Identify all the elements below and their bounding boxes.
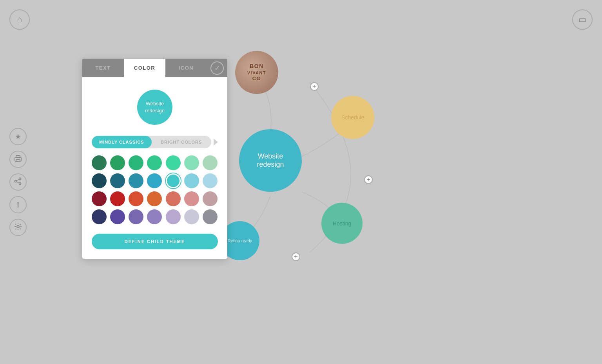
color-swatch[interactable] [166, 155, 181, 170]
color-grid [82, 155, 227, 232]
color-swatch[interactable] [92, 191, 107, 206]
schedule-label: Schedule [341, 114, 364, 121]
color-swatch[interactable] [92, 209, 107, 224]
color-swatch[interactable] [110, 209, 125, 224]
color-swatch[interactable] [92, 173, 107, 188]
color-swatch[interactable] [147, 191, 162, 206]
home-button[interactable]: ⌂ [9, 9, 30, 30]
add-node-button-1[interactable]: + [310, 82, 319, 91]
color-swatch[interactable] [110, 155, 125, 170]
color-swatch-selected[interactable] [166, 173, 181, 188]
color-preview-area: Websiteredesign [82, 77, 227, 136]
color-swatch[interactable] [203, 173, 218, 188]
color-swatch[interactable] [147, 155, 162, 170]
node-bon-vivant[interactable]: BON VIVANT CO [235, 51, 278, 94]
svg-line-7 [16, 182, 19, 183]
color-swatch[interactable] [203, 155, 218, 170]
alert-button[interactable]: ! [9, 196, 27, 213]
svg-line-6 [16, 179, 19, 181]
add-node-button-2[interactable]: + [364, 175, 373, 184]
palette-tabs: MINDLY CLASSICS BRIGHT COLORS [92, 136, 211, 148]
panel-tabs: TEXT COLOR ICON ✓ [82, 59, 227, 77]
home-icon: ⌂ [17, 14, 22, 25]
color-swatch[interactable] [203, 191, 218, 206]
bright-colors-tab[interactable]: BRIGHT COLORS [152, 136, 212, 148]
color-swatch[interactable] [184, 191, 199, 206]
svg-rect-1 [16, 155, 20, 158]
settings-icon [14, 223, 22, 232]
color-swatch[interactable] [129, 155, 143, 170]
print-button[interactable] [9, 151, 27, 168]
palette-arrow [214, 139, 218, 146]
tab-text[interactable]: TEXT [82, 59, 124, 77]
tab-icon[interactable]: ICON [165, 59, 207, 77]
hosting-label: Hosting [333, 220, 351, 227]
bon-vivant-label: BON VIVANT CO [247, 63, 267, 82]
star-button[interactable]: ★ [9, 128, 27, 145]
color-swatch[interactable] [147, 173, 162, 188]
star-icon: ★ [15, 132, 21, 141]
color-swatch[interactable] [110, 191, 125, 206]
color-swatch[interactable] [184, 155, 199, 170]
color-picker-panel: TEXT COLOR ICON ✓ Websiteredesign MINDLY… [82, 59, 227, 259]
color-swatch[interactable] [184, 173, 199, 188]
color-swatch[interactable] [129, 173, 143, 188]
screen-button[interactable]: ▭ [572, 9, 593, 30]
svg-rect-2 [16, 160, 20, 161]
tab-color[interactable]: COLOR [124, 59, 165, 77]
confirm-button[interactable]: ✓ [207, 61, 227, 75]
node-schedule[interactable]: Schedule [331, 96, 374, 139]
color-swatch[interactable] [129, 191, 143, 206]
color-swatch[interactable] [147, 209, 162, 224]
plus-icon: + [312, 83, 316, 90]
share-icon [14, 177, 22, 187]
svg-point-5 [15, 180, 17, 182]
sidebar: ★ ! [9, 128, 27, 236]
color-swatch[interactable] [184, 209, 199, 224]
screen-icon: ▭ [578, 14, 587, 25]
settings-button[interactable] [9, 219, 27, 236]
alert-icon: ! [17, 200, 20, 209]
mindly-classics-tab[interactable]: MINDLY CLASSICS [92, 136, 152, 148]
share-button[interactable] [9, 173, 27, 191]
color-swatch[interactable] [203, 209, 218, 224]
print-icon [14, 155, 22, 164]
plus-icon: + [366, 177, 370, 183]
node-hosting[interactable]: Hosting [321, 203, 363, 244]
color-swatch[interactable] [92, 155, 107, 170]
define-child-theme-button[interactable]: DEFINE CHILD THEME [92, 234, 218, 249]
preview-circle: Websiteredesign [137, 90, 172, 125]
svg-point-8 [17, 225, 19, 228]
color-swatch[interactable] [110, 173, 125, 188]
central-node-label: Websiteredesign [257, 152, 284, 169]
plus-icon: + [294, 254, 297, 260]
color-swatch[interactable] [166, 209, 181, 224]
color-swatch[interactable] [166, 191, 181, 206]
color-swatch[interactable] [129, 209, 143, 224]
check-icon: ✓ [214, 64, 220, 72]
node-central[interactable]: Websiteredesign [239, 129, 302, 192]
add-node-button-3[interactable]: + [292, 252, 300, 261]
retina-label: Retina ready [228, 238, 252, 243]
